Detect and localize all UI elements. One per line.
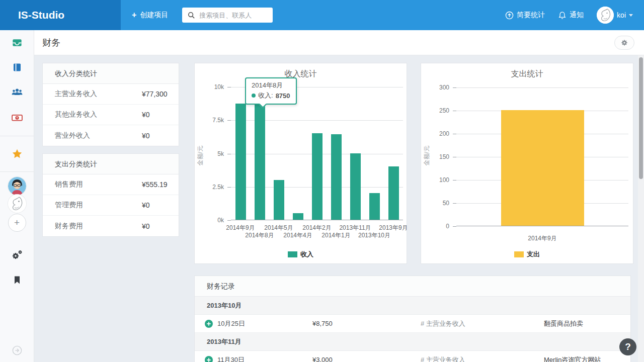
record-date: 11月30日 [217, 355, 245, 362]
stat-row-sales-expense[interactable]: 销售费用 ¥555.19 [43, 174, 179, 195]
x-tick-label: 2014年9月 [528, 234, 556, 243]
x-tick-label: 2013年9月 [379, 224, 408, 232]
stat-row-main-income[interactable]: 主营业务收入 ¥77,300 [43, 84, 179, 105]
axis-tick [227, 187, 231, 188]
stat-label: 管理费用 [55, 201, 142, 210]
record-row[interactable]: 10月25日 ¥8,750 # 主营业务收入 翻蛋商品拍卖 [195, 315, 630, 333]
sidebar-item-bookmarks[interactable] [12, 275, 22, 285]
bar-2014年2月[interactable] [312, 133, 323, 220]
record-description[interactable]: Merlin咨询官方网站 [544, 355, 630, 362]
axis-tick [453, 87, 456, 88]
legend-label: 支出 [527, 250, 540, 259]
income-chart-legend[interactable]: 收入 [195, 250, 407, 259]
bar-2014年5月[interactable] [274, 180, 284, 220]
stat-label: 财务费用 [55, 222, 142, 231]
gridline [456, 87, 628, 88]
sidebar-item-finance[interactable]: ¥ [11, 112, 23, 124]
help-button[interactable]: ? [619, 338, 636, 355]
record-amount: ¥3,000 [312, 356, 421, 362]
plus-circle-icon[interactable] [205, 356, 213, 362]
record-date-cell: 11月30日 [195, 355, 312, 362]
stat-row-nonoperating-income[interactable]: 营业外收入 ¥0 [43, 125, 179, 146]
vertical-scrollbar[interactable] [638, 55, 644, 362]
scrollbar-thumb[interactable] [639, 57, 643, 179]
stat-value: ¥77,300 [142, 90, 168, 98]
stat-row-other-income[interactable]: 其他业务收入 ¥0 [43, 105, 179, 125]
tooltip-title: 2014年8月 [252, 81, 290, 90]
notifications-label: 通知 [570, 11, 584, 20]
bar-2014年8月[interactable] [255, 103, 265, 220]
stat-label: 营业外收入 [55, 131, 142, 140]
plus-circle-icon[interactable] [205, 320, 213, 328]
income-chart-title: 收入统计 [195, 69, 407, 79]
notifications-button[interactable]: 通知 [558, 11, 584, 20]
axis-tick [453, 203, 456, 204]
legend-label: 收入 [300, 250, 313, 259]
navbar-right: 简要统计 通知 koi [505, 7, 644, 24]
book-icon [12, 62, 22, 73]
sidebar-collapse-button[interactable] [12, 345, 23, 356]
bar-2014年9月[interactable] [235, 104, 246, 220]
stats-up-arrow-icon [505, 11, 514, 20]
stat-label: 其他业务收入 [55, 110, 142, 119]
page-body: 收入分类统计 主营业务收入 ¥77,300 其他业务收入 ¥0 营业外收入 ¥0… [34, 55, 644, 362]
sidebar-add-member-button[interactable]: + [8, 214, 26, 232]
y-tick-label: 100 [439, 176, 449, 184]
koi-sketch-avatar-icon [8, 195, 26, 213]
sidebar-item-inbox[interactable] [11, 37, 23, 49]
stat-row-admin-expense[interactable]: 管理费用 ¥0 [43, 195, 179, 216]
axis-tick [453, 111, 456, 111]
stat-label: 销售费用 [55, 180, 142, 189]
record-category[interactable]: # 主营业务收入 [421, 355, 544, 362]
stat-row-finance-expense[interactable]: 财务费用 ¥0 [43, 216, 179, 236]
sidebar-item-contacts[interactable] [11, 86, 23, 98]
app-logo[interactable]: IS-Studio [0, 0, 121, 30]
expense-chart-legend[interactable]: 支出 [421, 250, 633, 259]
expense-chart-title: 支出统计 [421, 69, 633, 79]
axis-tick [453, 226, 456, 227]
stat-label: 主营业务收入 [55, 89, 142, 99]
income-chart-plot[interactable]: 10k7.5k5k2.5k0k2014年9月2014年8月2014年5月2014… [231, 87, 403, 220]
axis-tick [453, 134, 456, 134]
quick-stats-button[interactable]: 简要统计 [505, 11, 545, 20]
sidebar-item-settings[interactable] [11, 249, 23, 261]
y-tick-label: 200 [439, 130, 449, 137]
bar-2013年9月[interactable] [388, 166, 399, 220]
stat-value: ¥0 [142, 111, 150, 119]
bar-2013年11月[interactable] [350, 153, 361, 220]
svg-text:¥: ¥ [16, 116, 18, 119]
sidebar-member-avatar-2[interactable] [8, 195, 26, 213]
x-tick-label: 2014年8月 [245, 231, 274, 240]
legend-swatch [288, 251, 297, 257]
bar-2014年1月[interactable] [331, 134, 342, 220]
tooltip-value: 8750 [276, 92, 290, 100]
bar-2013年10月[interactable] [369, 193, 380, 220]
income-stats-title: 收入分类统计 [43, 63, 179, 84]
search-input[interactable] [199, 12, 265, 19]
expense-chart-plot[interactable]: 3002502001501005002014年9月 [456, 87, 628, 226]
financial-records-panel: 财务记录 2013年10月 10月25日 ¥8,750 # 主营业务收入 翻蛋商… [194, 276, 631, 362]
y-tick-label: 2.5k [212, 184, 224, 191]
record-row[interactable]: 11月30日 ¥3,000 # 主营业务收入 Merlin咨询官方网站 [195, 351, 630, 362]
sidebar-item-favorites[interactable] [11, 148, 23, 160]
plus-icon: + [132, 11, 136, 19]
people-group-icon [11, 86, 23, 98]
bar-2014年4月[interactable] [293, 213, 303, 220]
search-box[interactable] [182, 8, 273, 23]
username: koi [617, 11, 626, 19]
sidebar-item-projects[interactable] [12, 62, 22, 73]
create-project-button[interactable]: + 创建项目 [132, 11, 168, 20]
page-settings-button[interactable] [614, 36, 634, 50]
record-description[interactable]: 翻蛋商品拍卖 [544, 319, 630, 328]
bar-2014年9月[interactable] [501, 110, 584, 226]
income-stats-panel: 收入分类统计 主营业务收入 ¥77,300 其他业务收入 ¥0 营业外收入 ¥0 [42, 63, 179, 146]
x-tick-label: 2013年10月 [358, 231, 390, 240]
legend-swatch [514, 251, 524, 257]
record-category[interactable]: # 主营业务收入 [421, 319, 544, 328]
user-menu[interactable]: koi [597, 7, 633, 24]
sidebar-member-avatar-1[interactable] [8, 177, 26, 195]
y-tick-label: 7.5k [212, 117, 224, 124]
tooltip-series-line: 收入: 8750 [252, 91, 290, 100]
koi-avatar-icon [597, 7, 614, 24]
stat-value: ¥0 [142, 201, 150, 209]
